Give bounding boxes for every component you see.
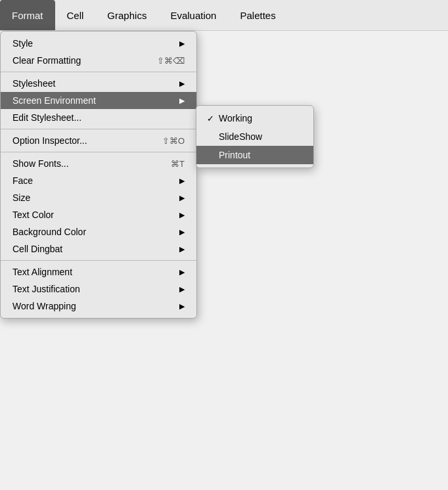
menu-item-text-color-label: Text Color — [12, 210, 166, 220]
submenu-item-slideshow-label: SlideShow — [219, 131, 262, 142]
text-color-arrow-icon: ▶ — [166, 211, 185, 219]
separator-4 — [1, 260, 196, 261]
menu-item-option-inspector[interactable]: Option Inspector... ⇧⌘O — [1, 132, 196, 149]
menubar-palettes-label: Palettes — [240, 10, 275, 21]
menu-item-style[interactable]: Style ▶ — [1, 35, 196, 52]
separator-2 — [1, 129, 196, 129]
menu-item-face[interactable]: Face ▶ — [1, 172, 196, 189]
screen-environment-submenu: ✓ Working SlideShow Printout — [196, 105, 314, 168]
menu-item-style-label: Style — [12, 38, 166, 49]
menu-item-text-alignment[interactable]: Text Alignment ▶ — [1, 263, 196, 280]
stylesheet-arrow-icon: ▶ — [166, 79, 185, 88]
menu-item-show-fonts-label: Show Fonts... — [12, 158, 151, 169]
submenu-item-working[interactable]: ✓ Working — [196, 109, 313, 127]
menu-item-option-inspector-label: Option Inspector... — [12, 135, 143, 146]
menubar-evaluation-label: Evaluation — [170, 10, 216, 21]
menubar-item-format[interactable]: Format — [0, 0, 55, 30]
menubar-graphics-label: Graphics — [107, 10, 146, 21]
menu-item-face-label: Face — [12, 175, 166, 186]
screen-environment-arrow-icon: ▶ — [166, 97, 185, 105]
format-dropdown-menu: Style ▶ Clear Formatting ⇧⌘⌫ Stylesheet … — [0, 31, 197, 319]
face-arrow-icon: ▶ — [166, 177, 185, 185]
menu-item-edit-stylesheet[interactable]: Edit Stylesheet... — [1, 109, 196, 126]
submenu-item-working-label: Working — [219, 113, 252, 123]
menu-item-clear-formatting[interactable]: Clear Formatting ⇧⌘⌫ — [1, 52, 196, 69]
working-checkmark-icon: ✓ — [207, 114, 219, 123]
separator-1 — [1, 72, 196, 72]
menu-item-screen-environment[interactable]: Screen Environment ▶ — [1, 92, 196, 109]
menu-item-show-fonts[interactable]: Show Fonts... ⌘T — [1, 155, 196, 172]
menu-item-edit-stylesheet-label: Edit Stylesheet... — [12, 112, 185, 123]
submenu-item-printout[interactable]: Printout — [196, 146, 313, 164]
menu-item-size-label: Size — [12, 192, 166, 203]
text-alignment-arrow-icon: ▶ — [166, 268, 185, 277]
menubar: Format Cell Graphics Evaluation Palettes — [0, 0, 448, 31]
menubar-item-evaluation[interactable]: Evaluation — [158, 0, 228, 30]
menu-item-text-justification[interactable]: Text Justification ▶ — [1, 280, 196, 298]
menu-item-screen-environment-label: Screen Environment — [12, 95, 166, 106]
menubar-item-palettes[interactable]: Palettes — [228, 0, 287, 30]
menu-item-stylesheet-label: Stylesheet — [12, 78, 166, 89]
menu-item-background-color[interactable]: Background Color ▶ — [1, 223, 196, 240]
menu-item-clear-formatting-label: Clear Formatting — [12, 55, 137, 66]
option-inspector-shortcut: ⇧⌘O — [162, 136, 185, 146]
menu-item-size[interactable]: Size ▶ — [1, 189, 196, 206]
menu-item-cell-dingbat-label: Cell Dingbat — [12, 244, 166, 254]
menubar-item-graphics[interactable]: Graphics — [95, 0, 158, 30]
menu-item-stylesheet[interactable]: Stylesheet ▶ — [1, 75, 196, 92]
menu-item-text-justification-label: Text Justification — [12, 284, 166, 294]
menubar-item-cell[interactable]: Cell — [55, 0, 96, 30]
menu-item-word-wrapping-label: Word Wrapping — [12, 301, 166, 311]
menu-item-background-color-label: Background Color — [12, 227, 166, 237]
text-justification-arrow-icon: ▶ — [166, 285, 185, 294]
menu-item-text-color[interactable]: Text Color ▶ — [1, 206, 196, 223]
submenu-item-printout-label: Printout — [219, 150, 250, 160]
clear-formatting-shortcut: ⇧⌘⌫ — [157, 56, 185, 66]
separator-3 — [1, 152, 196, 152]
size-arrow-icon: ▶ — [166, 194, 185, 202]
background-color-arrow-icon: ▶ — [166, 228, 185, 236]
submenu-item-slideshow[interactable]: SlideShow — [196, 127, 313, 146]
menubar-cell-label: Cell — [67, 10, 84, 21]
menu-item-word-wrapping[interactable]: Word Wrapping ▶ — [1, 298, 196, 315]
menu-item-cell-dingbat[interactable]: Cell Dingbat ▶ — [1, 240, 196, 257]
menu-item-text-alignment-label: Text Alignment — [12, 267, 166, 277]
style-arrow-icon: ▶ — [166, 39, 185, 48]
word-wrapping-arrow-icon: ▶ — [166, 302, 185, 311]
cell-dingbat-arrow-icon: ▶ — [166, 245, 185, 254]
show-fonts-shortcut: ⌘T — [171, 159, 185, 169]
menubar-format-label: Format — [12, 10, 43, 21]
